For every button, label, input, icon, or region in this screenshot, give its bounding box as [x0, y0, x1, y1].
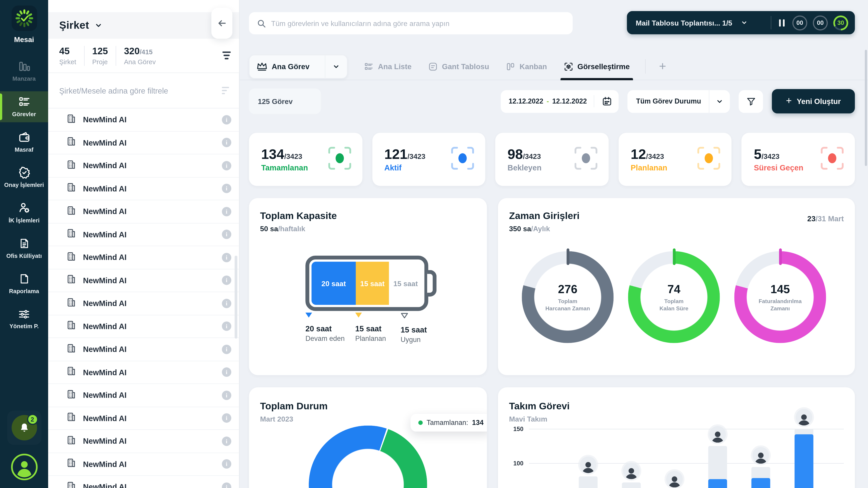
company-row[interactable]: NewMind AI i [48, 453, 239, 476]
member-avatar[interactable] [623, 462, 640, 479]
filter-lines-icon[interactable] [221, 87, 230, 94]
sidebar-item-y-netim-p-[interactable]: Yönetim P. [0, 304, 48, 335]
battery-marker: 15 saatPlanlanan [355, 313, 386, 342]
create-new-button[interactable]: + Yeni Oluştur [772, 89, 855, 114]
building-icon [66, 389, 76, 401]
company-row[interactable]: NewMind AI i [48, 177, 239, 201]
member-avatar[interactable] [796, 409, 812, 425]
plus-icon: + [786, 95, 792, 106]
user-avatar[interactable] [11, 454, 37, 480]
info-icon[interactable]: i [222, 459, 231, 469]
bar-total[interactable] [579, 476, 597, 488]
filter-button[interactable] [739, 90, 763, 113]
pause-button[interactable] [777, 19, 787, 26]
company-row[interactable]: NewMind AI i [48, 131, 239, 154]
chevron-down-icon[interactable] [95, 22, 102, 29]
sidebar-item-label: İK İşlemleri [8, 217, 39, 224]
member-avatar[interactable] [709, 426, 726, 443]
sidebar-item-manzara[interactable]: Manzara [0, 56, 48, 87]
company-row[interactable]: NewMind AI i [48, 476, 239, 488]
tab-gant-tablosu[interactable]: Gant Tablosu [428, 53, 489, 80]
collapse-panel-button[interactable] [211, 8, 232, 39]
tab-ana-liste[interactable]: Ana Liste [364, 53, 412, 80]
status-filter-dropdown[interactable]: Tüm Görev Durumu [627, 90, 730, 113]
company-row[interactable]: NewMind AI i [48, 269, 239, 292]
info-icon[interactable]: i [222, 414, 231, 423]
sidebar-item-i-k-i-lemleri[interactable]: İK İşlemleri [0, 197, 48, 228]
notifications-button[interactable]: 2 [7, 410, 41, 445]
info-icon[interactable]: i [222, 184, 231, 193]
bar-completed[interactable] [708, 479, 727, 488]
company-row[interactable]: NewMind AI i [48, 361, 239, 384]
sort-filter-button[interactable] [222, 52, 232, 60]
company-row[interactable]: NewMind AI i [48, 246, 239, 269]
company-row[interactable]: NewMind AI i [48, 109, 239, 131]
company-row[interactable]: NewMind AI i [48, 338, 239, 361]
sidebar-item-masraf[interactable]: Masraf [0, 127, 48, 158]
panel-filter-input[interactable]: Şirket/Mesele adına göre filtrele [59, 86, 221, 95]
stat-card-aktif[interactable]: 121/3423 Aktif [372, 133, 485, 186]
tab-kanban[interactable]: Kanban [506, 53, 547, 80]
panel-stat--irket: 45Şirket [59, 45, 84, 65]
info-icon[interactable]: i [222, 299, 231, 308]
member-avatar[interactable] [580, 456, 596, 472]
info-icon[interactable]: i [222, 482, 231, 488]
company-row[interactable]: NewMind AI i [48, 223, 239, 246]
stat-card-süresi-geçen[interactable]: 5/3423 Süresi Geçen [742, 133, 855, 186]
stat-card-tamamlanan[interactable]: 134/3423 Tamamlanan [249, 133, 362, 186]
tab-görselleştirme[interactable]: Görselleştirme [563, 53, 630, 80]
sidebar-item-g-revler[interactable]: Görevler [0, 91, 48, 122]
time-entries-card: Zaman Girişleri 350 sa/Aylık 23/31 Mart … [498, 198, 855, 375]
panel-filter-row[interactable]: Şirket/Mesele adına göre filtrele [48, 73, 239, 109]
chevron-down-icon[interactable] [325, 55, 347, 78]
company-name: NewMind AI [83, 437, 127, 446]
company-row[interactable]: NewMind AI i [48, 154, 239, 177]
member-avatar[interactable] [752, 447, 769, 464]
panel-scrollbar[interactable] [235, 256, 237, 339]
info-icon[interactable]: i [222, 253, 231, 262]
company-name: NewMind AI [83, 391, 127, 400]
company-row[interactable]: NewMind AI i [48, 200, 239, 223]
company-row[interactable]: NewMind AI i [48, 315, 239, 338]
info-icon[interactable]: i [222, 161, 231, 171]
company-row[interactable]: NewMind AI i [48, 292, 239, 315]
company-row[interactable]: NewMind AI i [48, 407, 239, 430]
app-logo[interactable]: Mesai [11, 5, 37, 43]
battery-segment-planlanan: 15 saat [356, 262, 389, 305]
bar-completed[interactable] [751, 478, 770, 488]
info-icon[interactable]: i [222, 115, 231, 125]
company-row[interactable]: NewMind AI i [48, 384, 239, 407]
info-icon[interactable]: i [222, 368, 231, 377]
company-name: NewMind AI [83, 414, 127, 423]
stat-card-planlanan[interactable]: 12/3423 Planlanan [618, 133, 732, 186]
primary-task-dropdown[interactable]: Ana Görev [249, 55, 348, 78]
info-icon[interactable]: i [222, 322, 231, 331]
info-icon[interactable]: i [222, 276, 231, 285]
chevron-down-icon[interactable] [741, 20, 747, 26]
time-entries-title: Zaman Girişleri [509, 210, 844, 222]
company-list: NewMind AI i NewMind AI i NewMind AI i N… [48, 109, 239, 488]
bar-completed[interactable] [795, 434, 813, 488]
stat-card-bekleyen[interactable]: 98/3423 Bekleyen [495, 133, 609, 186]
main-scrollbar[interactable] [865, 0, 867, 488]
info-icon[interactable]: i [222, 230, 231, 239]
company-row[interactable]: NewMind AI i [48, 430, 239, 453]
global-search-input[interactable]: Tüm görevlerin ve kullanıcıların adına g… [249, 12, 573, 34]
info-icon[interactable]: i [222, 436, 231, 446]
ring-label: FaturalandırılmaZamanı [758, 298, 802, 312]
member-avatar[interactable] [666, 470, 683, 487]
meeting-timer-widget[interactable]: Mail Tablosu Toplantısı... 1/5 00 00 30 [627, 11, 855, 34]
stat-values: 98/3423 Bekleyen [507, 147, 541, 172]
info-icon[interactable]: i [222, 391, 231, 400]
sidebar-item-raporlama[interactable]: Raporlama [0, 268, 48, 299]
sidebar-item-onay-i-lemleri[interactable]: Onay İşlemleri [0, 162, 48, 193]
primary-tab-label: Ana Görev [272, 62, 309, 70]
add-tab-button[interactable]: + [659, 59, 666, 74]
info-icon[interactable]: i [222, 344, 231, 354]
info-icon[interactable]: i [222, 138, 231, 147]
info-icon[interactable]: i [222, 207, 231, 216]
date-range-picker[interactable]: 12.12.2022 - 12.12.2022 [501, 90, 618, 113]
divider [116, 45, 116, 65]
bar-total[interactable] [622, 482, 641, 488]
sidebar-item-ofis-k-lliyat-[interactable]: Ofis Külliyatı [0, 233, 48, 264]
